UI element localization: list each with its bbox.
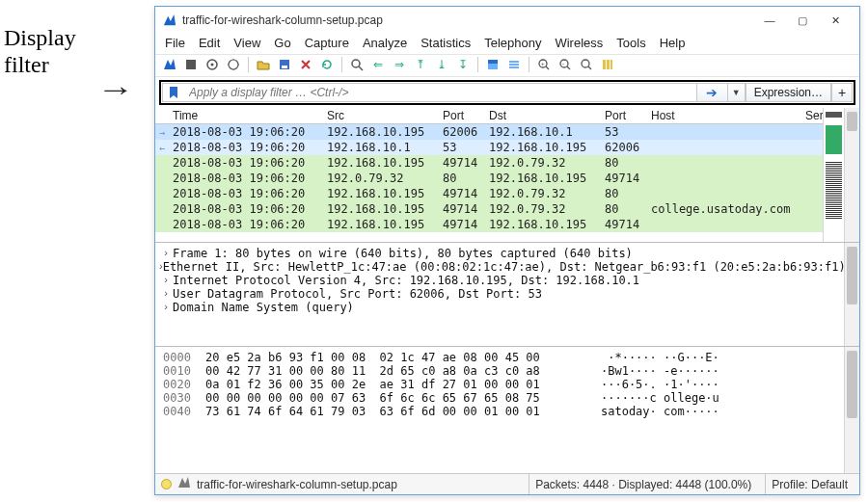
expand-icon[interactable]: ›: [159, 247, 173, 258]
display-filter-highlight: ➔ ▼ Expression… +: [159, 80, 855, 105]
stop-capture-icon[interactable]: [182, 56, 200, 73]
window-title: traffic-for-wireshark-column-setup.pcap: [182, 13, 383, 27]
filter-history-dropdown[interactable]: ▼: [728, 83, 746, 102]
go-to-packet-icon[interactable]: ⤒: [412, 56, 429, 73]
capture-options-icon[interactable]: [225, 56, 242, 73]
packet-table-header[interactable]: Time Src Port Dst Port Host Server Name: [155, 108, 823, 124]
last-packet-icon[interactable]: ↧: [454, 56, 472, 73]
svg-rect-9: [488, 60, 498, 64]
close-file-icon[interactable]: [297, 56, 314, 73]
svg-point-2: [211, 64, 214, 66]
expand-icon[interactable]: ›: [159, 274, 173, 285]
add-filter-button[interactable]: +: [831, 83, 853, 102]
packet-row[interactable]: 2018-08-03 19:06:20192.168.10.1954971419…: [155, 186, 823, 201]
reload-icon[interactable]: [318, 56, 336, 73]
expand-icon[interactable]: ›: [159, 301, 173, 312]
go-forward-icon[interactable]: ⇒: [391, 56, 408, 73]
packet-row[interactable]: 2018-08-03 19:06:20192.168.10.1954971419…: [155, 155, 823, 171]
svg-point-6: [352, 60, 360, 67]
packet-row[interactable]: 2018-08-03 19:06:20192.0.79.3280192.168.…: [155, 171, 823, 186]
col-src[interactable]: Src: [323, 108, 439, 123]
menu-view[interactable]: View: [233, 36, 260, 50]
col-server-name[interactable]: Server Name: [801, 108, 823, 123]
menubar: File Edit View Go Capture Analyze Statis…: [155, 34, 859, 54]
statusbar: traffic-for-wireshark-column-setup.pcap …: [155, 473, 859, 494]
col-sport[interactable]: Port: [439, 108, 485, 123]
expression-button[interactable]: Expression…: [746, 83, 831, 102]
zoom-in-icon[interactable]: +: [535, 56, 553, 73]
svg-rect-11: [509, 64, 519, 66]
svg-rect-0: [186, 60, 196, 69]
packet-details[interactable]: ›Frame 1: 80 bytes on wire (640 bits), 8…: [155, 243, 844, 346]
wireshark-window: traffic-for-wireshark-column-setup.pcap …: [154, 6, 860, 495]
hex-line[interactable]: 003000 00 00 00 00 00 07 63 6f 6c 6c 65 …: [163, 391, 836, 405]
capture-file-icon: [177, 476, 191, 492]
svg-line-14: [546, 66, 549, 69]
open-file-icon[interactable]: [255, 56, 272, 73]
resize-columns-icon[interactable]: [599, 56, 616, 73]
menu-analyze[interactable]: Analyze: [363, 36, 407, 50]
menu-help[interactable]: Help: [660, 36, 686, 50]
col-host[interactable]: Host: [647, 108, 801, 123]
menu-go[interactable]: Go: [274, 36, 290, 50]
svg-line-7: [359, 66, 363, 70]
packet-row[interactable]: →2018-08-03 19:06:20192.168.10.195620061…: [155, 124, 823, 140]
svg-point-3: [229, 60, 238, 69]
details-line[interactable]: ›Frame 1: 80 bytes on wire (640 bits), 8…: [159, 247, 838, 260]
hex-line[interactable]: 000020 e5 2a b6 93 f1 00 08 02 1c 47 ae …: [163, 351, 836, 364]
start-capture-icon[interactable]: [161, 56, 178, 73]
packet-details-pane: ›Frame 1: 80 bytes on wire (640 bits), 8…: [155, 243, 859, 347]
svg-text:-: -: [562, 61, 564, 66]
expert-info-icon[interactable]: [161, 479, 172, 489]
details-line[interactable]: ›Internet Protocol Version 4, Src: 192.1…: [159, 274, 838, 287]
hex-line[interactable]: 004073 61 74 6f 64 61 79 03 63 6f 6d 00 …: [163, 405, 836, 418]
menu-statistics[interactable]: Statistics: [420, 36, 471, 50]
restart-capture-icon[interactable]: [203, 56, 221, 73]
packet-list-pane: Time Src Port Dst Port Host Server Name …: [155, 108, 859, 243]
menu-tools[interactable]: Tools: [616, 36, 645, 50]
colorize-icon[interactable]: [505, 56, 523, 73]
menu-edit[interactable]: Edit: [199, 36, 220, 50]
save-file-icon[interactable]: [276, 56, 293, 73]
packet-table[interactable]: Time Src Port Dst Port Host Server Name …: [155, 108, 823, 242]
display-filter-input[interactable]: [183, 83, 697, 102]
expand-icon[interactable]: ›: [159, 287, 173, 299]
hex-line[interactable]: 00200a 01 f2 36 00 35 00 2e ae 31 df 27 …: [163, 378, 836, 391]
zoom-out-icon[interactable]: -: [556, 56, 574, 73]
bytes-scrollbar[interactable]: [844, 347, 859, 473]
details-line[interactable]: ›User Datagram Protocol, Src Port: 62006…: [159, 287, 838, 301]
details-line[interactable]: ›Domain Name System (query): [159, 301, 838, 314]
menu-wireless[interactable]: Wireless: [555, 36, 603, 50]
packet-scrollbar[interactable]: [844, 108, 859, 242]
maximize-button[interactable]: ▢: [786, 10, 819, 31]
find-icon[interactable]: [348, 56, 366, 73]
packet-minimap[interactable]: [823, 108, 844, 242]
zoom-reset-icon[interactable]: [578, 56, 595, 73]
autoscroll-icon[interactable]: [484, 56, 502, 73]
svg-rect-5: [282, 66, 287, 68]
col-dport[interactable]: Port: [601, 108, 647, 123]
go-back-icon[interactable]: ⇐: [369, 56, 387, 73]
apply-filter-button[interactable]: ➔: [697, 83, 728, 102]
row-marker-icon: →: [155, 127, 169, 138]
packet-bytes-pane: 000020 e5 2a b6 93 f1 00 08 02 1c 47 ae …: [155, 347, 859, 473]
col-time[interactable]: Time: [169, 108, 323, 123]
details-scrollbar[interactable]: [844, 243, 859, 346]
col-dst[interactable]: Dst: [485, 108, 601, 123]
packet-row[interactable]: 2018-08-03 19:06:20192.168.10.1954971419…: [155, 201, 823, 217]
details-line[interactable]: ›Ethernet II, Src: HewlettP_1c:47:ae (00…: [159, 260, 838, 274]
close-button[interactable]: ✕: [819, 10, 852, 31]
status-profile[interactable]: Profile: Default: [772, 478, 848, 491]
menu-file[interactable]: File: [165, 36, 185, 50]
hex-line[interactable]: 001000 42 77 31 00 00 80 11 2d 65 c0 a8 …: [163, 364, 836, 378]
first-packet-icon[interactable]: ⤓: [433, 56, 450, 73]
packet-bytes[interactable]: 000020 e5 2a b6 93 f1 00 08 02 1c 47 ae …: [155, 347, 844, 473]
menu-capture[interactable]: Capture: [305, 36, 349, 50]
svg-rect-22: [607, 60, 610, 69]
bookmark-icon[interactable]: [162, 83, 183, 102]
packet-row[interactable]: 2018-08-03 19:06:20192.168.10.1954971419…: [155, 217, 823, 232]
minimize-button[interactable]: —: [753, 10, 786, 31]
packet-row[interactable]: ←2018-08-03 19:06:20192.168.10.153192.16…: [155, 140, 823, 155]
menu-telephony[interactable]: Telephony: [484, 36, 541, 50]
svg-text:+: +: [541, 61, 545, 66]
